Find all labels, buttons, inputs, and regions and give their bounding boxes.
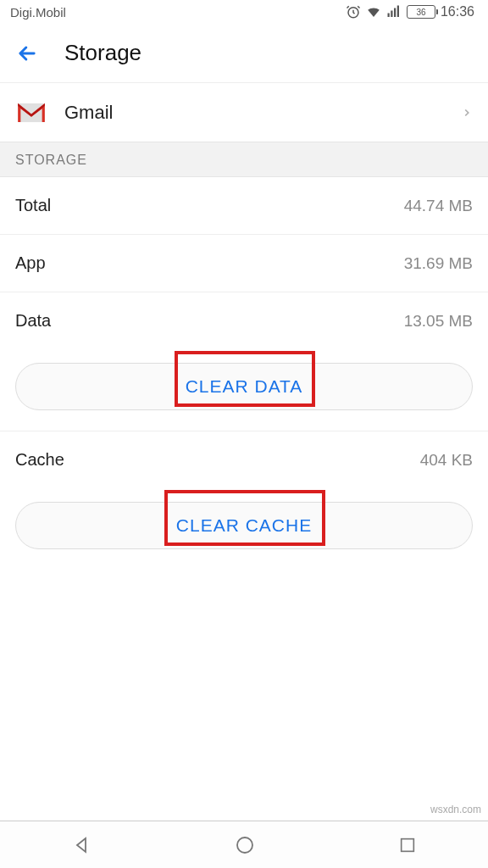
app-size-label: App [15,253,46,273]
nav-recent-icon[interactable] [398,836,417,854]
app-header: Storage [0,24,488,83]
nav-home-icon[interactable] [235,835,255,855]
svg-rect-4 [397,6,399,18]
total-label: Total [15,196,51,215]
clock-label: 16:36 [441,4,474,19]
cache-row: Cache 404 KB [0,431,488,488]
battery-pct: 36 [416,8,425,17]
clear-data-label: CLEAR DATA [186,376,303,397]
watermark: wsxdn.com [430,804,481,815]
data-row: Data 13.05 MB [0,292,488,349]
svg-rect-3 [394,8,396,18]
svg-rect-6 [401,838,413,851]
chevron-right-icon [461,103,473,122]
back-arrow-icon[interactable] [15,42,39,65]
status-bar: Digi.Mobil 36 16:36 [0,0,488,24]
clear-cache-wrap: CLEAR CACHE [0,488,488,570]
battery-icon: 36 [407,5,435,19]
clear-data-button[interactable]: CLEAR DATA [15,363,473,410]
total-value: 44.74 MB [404,197,473,215]
nav-back-icon[interactable] [71,835,92,855]
carrier-label: Digi.Mobil [10,5,66,19]
wifi-icon [366,4,381,19]
nav-bar [0,821,488,868]
storage-section-header: STORAGE [0,142,488,177]
svg-point-5 [237,837,252,853]
alarm-icon [346,4,361,19]
cache-label: Cache [15,450,64,470]
gmail-icon [15,100,47,125]
app-row[interactable]: Gmail [0,83,488,142]
clear-data-wrap: CLEAR DATA [0,349,488,431]
app-name-label: Gmail [64,102,444,124]
app-size-row: App 31.69 MB [0,235,488,292]
status-right: 36 16:36 [346,4,474,19]
app-size-value: 31.69 MB [404,254,473,273]
cache-value: 404 KB [420,451,473,470]
page-title: Storage [64,40,141,66]
data-value: 13.05 MB [404,312,473,331]
signal-icon [386,4,402,19]
clear-cache-label: CLEAR CACHE [176,515,312,536]
svg-rect-1 [387,14,389,18]
clear-cache-button[interactable]: CLEAR CACHE [15,502,473,549]
total-row: Total 44.74 MB [0,177,488,235]
data-label: Data [15,311,51,331]
svg-rect-2 [391,11,392,18]
